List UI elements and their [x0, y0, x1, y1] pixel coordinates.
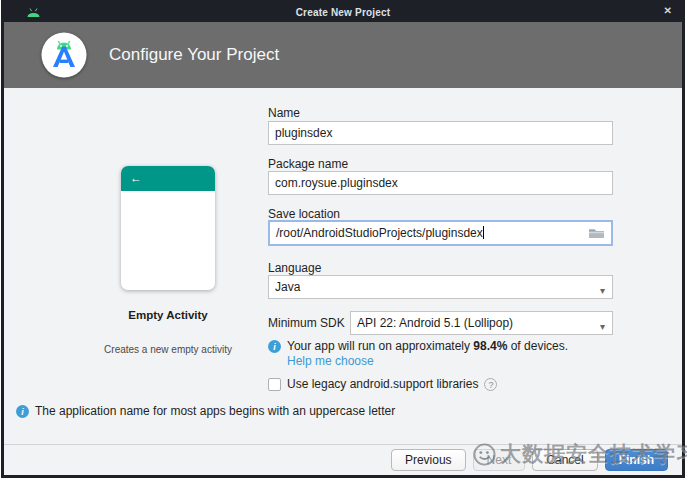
min-sdk-dropdown[interactable]: API 22: Android 5.1 (Lollipop) ▾	[350, 311, 613, 335]
save-location-input[interactable]: /root/AndroidStudioProjects/pluginsdex	[268, 220, 613, 246]
activity-preview-appbar: ←	[121, 166, 215, 191]
app-name-hint-text: The application name for most apps begin…	[35, 404, 395, 418]
help-me-choose-row: Help me choose	[287, 354, 374, 368]
activity-preview-card: ←	[121, 166, 215, 290]
dialog-footer: Previous Next Cancel Finish	[4, 445, 682, 475]
template-name: Empty Activity	[103, 309, 233, 321]
help-me-choose-link[interactable]: Help me choose	[287, 354, 374, 368]
help-question-icon[interactable]: ?	[484, 378, 497, 391]
save-location-value: /root/AndroidStudioProjects/pluginsdex	[276, 226, 483, 240]
window-titlebar[interactable]: Create New Project ✕	[4, 3, 682, 22]
info-icon: i	[268, 340, 281, 353]
sdk-coverage-percent: 98.4%	[473, 339, 507, 353]
name-input[interactable]: pluginsdex	[268, 121, 613, 145]
template-description: Creates a new empty activity	[73, 344, 263, 355]
create-new-project-dialog: Create New Project ✕ Configure Your Proj…	[1, 0, 685, 478]
wizard-header: Configure Your Project	[4, 22, 682, 88]
chevron-down-icon: ▾	[600, 316, 605, 338]
package-name-label: Package name	[268, 157, 348, 171]
sdk-coverage-text: Your app will run on approximately 98.4%…	[287, 339, 568, 353]
sdk-coverage-note: i Your app will run on approximately 98.…	[268, 339, 613, 353]
language-label: Language	[268, 261, 321, 275]
wizard-content: ← Empty Activity Creates a new empty act…	[4, 88, 682, 444]
min-sdk-label: Minimum SDK	[268, 316, 345, 330]
android-icon	[26, 7, 41, 18]
legacy-support-label: Use legacy android.support libraries	[287, 377, 478, 391]
android-studio-icon	[41, 32, 87, 78]
language-value: Java	[275, 280, 300, 294]
page-title: Configure Your Project	[109, 45, 279, 65]
close-icon[interactable]: ✕	[664, 5, 672, 16]
back-arrow-icon: ←	[130, 171, 142, 185]
previous-button[interactable]: Previous	[391, 449, 466, 471]
finish-button[interactable]: Finish	[605, 449, 668, 471]
package-name-input[interactable]: com.roysue.pluginsdex	[268, 171, 613, 195]
next-button[interactable]: Next	[473, 449, 526, 471]
cancel-button[interactable]: Cancel	[532, 449, 597, 471]
language-dropdown[interactable]: Java ▾	[268, 275, 613, 299]
legacy-support-row: Use legacy android.support libraries ?	[268, 377, 497, 391]
name-label: Name	[268, 106, 300, 120]
legacy-support-checkbox[interactable]	[268, 378, 281, 391]
app-name-hint: i The application name for most apps beg…	[16, 404, 395, 418]
text-cursor	[483, 226, 484, 239]
window-title: Create New Project	[4, 7, 682, 18]
chevron-down-icon: ▾	[600, 280, 605, 302]
info-icon: i	[16, 405, 29, 418]
min-sdk-value: API 22: Android 5.1 (Lollipop)	[357, 316, 513, 330]
browse-folder-icon[interactable]	[588, 226, 605, 240]
save-location-label: Save location	[268, 207, 340, 221]
